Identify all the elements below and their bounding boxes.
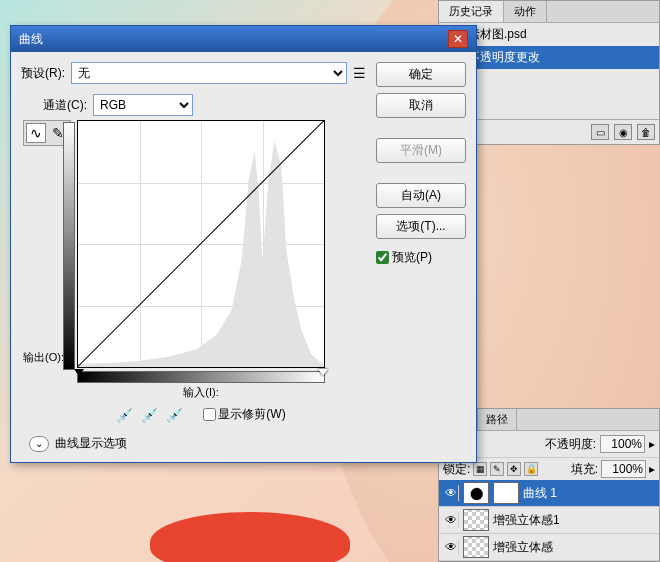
visibility-icon[interactable]: 👁 — [443, 512, 459, 528]
layer-thumb — [463, 509, 489, 531]
delete-icon[interactable]: 🗑 — [637, 124, 655, 140]
white-point-slider[interactable] — [318, 369, 328, 376]
lock-pixels-icon[interactable]: ✎ — [490, 462, 504, 476]
auto-button[interactable]: 自动(A) — [376, 183, 466, 208]
curves-dialog: 曲线 ✕ 预设(R): 无 ☰ 通道(C): RGB ∿ ✎ 输出(O): — [10, 25, 477, 463]
layer-row[interactable]: 👁 增强立体感 — [439, 534, 659, 561]
fill-flyout-icon[interactable]: ▸ — [649, 462, 655, 476]
options-button[interactable]: 选项(T)... — [376, 214, 466, 239]
vertical-gradient — [63, 122, 75, 370]
preset-label: 预设(R): — [21, 65, 65, 82]
horizontal-gradient — [77, 371, 325, 383]
dialog-title: 曲线 — [19, 31, 43, 48]
tab-actions[interactable]: 动作 — [504, 1, 547, 22]
expand-options-icon[interactable]: ⌄ — [29, 436, 49, 452]
layer-row[interactable]: 👁 增强立体感1 — [439, 507, 659, 534]
fill-label: 填充: — [571, 461, 598, 478]
preset-select[interactable]: 无 — [71, 62, 347, 84]
black-point-slider[interactable] — [74, 369, 84, 376]
visibility-icon[interactable]: 👁 — [443, 539, 459, 555]
new-snapshot-icon[interactable]: ◉ — [614, 124, 632, 140]
curves-graph[interactable] — [77, 120, 325, 368]
show-clipping-checkbox[interactable] — [203, 408, 216, 421]
lock-transparency-icon[interactable]: ▦ — [473, 462, 487, 476]
dialog-titlebar[interactable]: 曲线 ✕ — [11, 26, 476, 52]
channel-label: 通道(C): — [43, 97, 87, 114]
preset-menu-icon[interactable]: ☰ — [353, 65, 366, 81]
tab-history[interactable]: 历史记录 — [439, 1, 504, 22]
channel-select[interactable]: RGB — [93, 94, 193, 116]
lock-label: 锁定: — [443, 461, 470, 478]
white-eyedropper-icon[interactable]: 💉 — [166, 407, 183, 423]
input-label: 输入(I): — [77, 385, 325, 400]
visibility-icon[interactable]: 👁 — [443, 485, 459, 501]
layer-mask-thumb — [493, 482, 519, 504]
opacity-input[interactable]: 100% — [600, 435, 645, 453]
display-options-label: 曲线显示选项 — [55, 435, 127, 452]
preview-label: 预览(P) — [392, 249, 432, 266]
cancel-button[interactable]: 取消 — [376, 93, 466, 118]
layer-thumb — [463, 536, 489, 558]
new-document-icon[interactable]: ▭ — [591, 124, 609, 140]
layer-name: 曲线 1 — [523, 485, 557, 502]
fill-input[interactable]: 100% — [601, 460, 646, 478]
close-button[interactable]: ✕ — [448, 30, 468, 48]
lock-position-icon[interactable]: ✥ — [507, 462, 521, 476]
opacity-flyout-icon[interactable]: ▸ — [649, 437, 655, 451]
tab-paths[interactable]: 路径 — [478, 409, 517, 430]
ok-button[interactable]: 确定 — [376, 62, 466, 87]
curve-point-tool-icon[interactable]: ∿ — [26, 123, 46, 143]
lock-all-icon[interactable]: 🔒 — [524, 462, 538, 476]
layer-adjustment-thumb: ⬤ — [463, 482, 489, 504]
smooth-button[interactable]: 平滑(M) — [376, 138, 466, 163]
opacity-label: 不透明度: — [545, 436, 596, 453]
show-clipping-label: 显示修剪(W) — [218, 406, 285, 423]
preview-checkbox[interactable] — [376, 251, 389, 264]
gray-eyedropper-icon[interactable]: 💉 — [141, 407, 158, 423]
black-eyedropper-icon[interactable]: 💉 — [116, 407, 133, 423]
layer-name: 增强立体感1 — [493, 512, 560, 529]
layer-row[interactable]: 👁 ⬤ 曲线 1 — [439, 480, 659, 507]
layer-name: 增强立体感 — [493, 539, 553, 556]
